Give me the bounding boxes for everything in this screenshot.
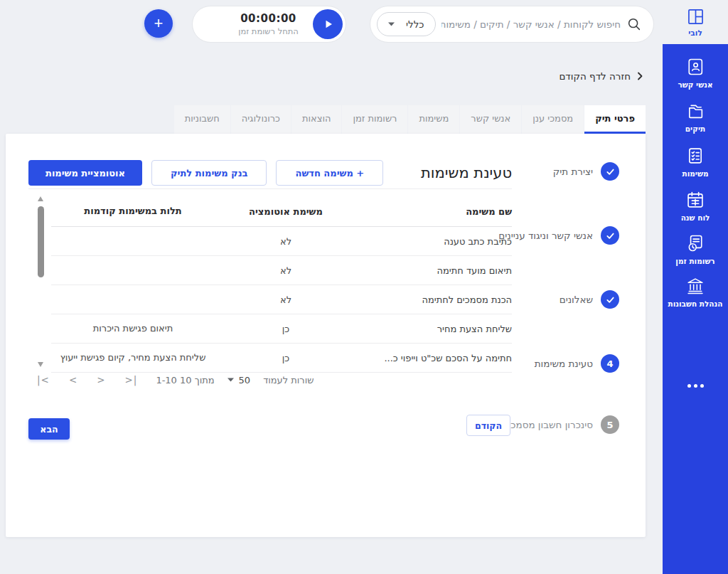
- tab-chronology[interactable]: כרונולוגיה: [231, 105, 291, 134]
- next-step-button[interactable]: הבא: [28, 418, 70, 440]
- add-new-button[interactable]: +: [144, 9, 173, 38]
- next-page-button[interactable]: >: [97, 374, 105, 386]
- table-row[interactable]: תיאום מועד חתימה לא: [51, 256, 512, 285]
- tab-contacts[interactable]: אנשי קשר: [460, 105, 521, 134]
- global-search: כללי: [370, 6, 654, 43]
- table-row[interactable]: כתיבת כתב טענה לא: [51, 227, 512, 256]
- scrollbar-thumb[interactable]: [38, 206, 44, 277]
- timer-widget[interactable]: 00:00:00 התחל רשומת זמן: [192, 6, 346, 43]
- step-done-check-icon: [601, 162, 619, 181]
- last-page-button[interactable]: >|: [125, 374, 138, 386]
- table-row[interactable]: הכנת מסמכים לחתימה לא: [51, 285, 512, 314]
- sidebar-item-label: לובי: [688, 28, 702, 37]
- pagination-nav: |< < > >|: [37, 374, 137, 386]
- tab-label: משימות: [419, 113, 449, 124]
- step-create-case[interactable]: יצירת תיק: [553, 162, 619, 181]
- sidebar: לובי אנשי קשר תיקים: [663, 0, 728, 574]
- task-bank-button[interactable]: בנק משימות לתיק: [151, 160, 267, 186]
- table-row[interactable]: שליחת הצעת מחיר כן תיאום פגישת היכרות: [51, 314, 512, 344]
- pagination-range: 1-10 מתוך 10: [156, 375, 214, 386]
- page-title: טעינת משימות: [421, 164, 512, 181]
- contacts-icon: [685, 57, 705, 77]
- task-name-cell: חתימה על הסכם שכ"ט וייפוי כ...: [357, 353, 512, 363]
- task-name-cell: תיאום מועד חתימה: [357, 265, 512, 276]
- dependency-cell: [51, 267, 215, 274]
- previous-step-button[interactable]: הקודם: [466, 415, 510, 436]
- new-task-button[interactable]: + משימה חדשה: [276, 160, 383, 186]
- sidebar-item-lobby[interactable]: לובי: [663, 0, 728, 44]
- sidebar-item-time-records[interactable]: רשומות זמן: [663, 233, 728, 265]
- column-header-dependency: תלות במשימות קודמות: [51, 201, 215, 221]
- table-row[interactable]: חתימה על הסכם שכ"ט וייפוי כ... כן שליחת …: [51, 344, 512, 373]
- rows-per-page-select[interactable]: 50: [228, 375, 251, 386]
- tab-label: מסמכי ענן: [532, 113, 573, 124]
- task-name-cell: כתיבת כתב טענה: [357, 236, 512, 247]
- breadcrumb-label: חזרה לדף הקודם: [559, 70, 631, 82]
- tab-case-details[interactable]: פרטי תיק: [584, 105, 646, 134]
- plus-icon: +: [154, 16, 164, 31]
- step-contacts-conflict[interactable]: אנשי קשר וניגוד עניינים: [498, 226, 619, 245]
- sidebar-item-accounting[interactable]: הנהלת חשבונות: [663, 276, 728, 308]
- main-panel: יצירת תיק אנשי קשר וניגוד עניינים שאלוני…: [6, 134, 646, 537]
- automation-cell: לא: [215, 294, 357, 305]
- lobby-icon: [686, 7, 705, 26]
- task-name-cell: שליחת הצעת מחיר: [357, 324, 512, 334]
- table-header-row: שם משימה משימת אוטומציה תלות במשימות קוד…: [51, 197, 512, 227]
- search-filter-dropdown[interactable]: כללי: [377, 12, 436, 36]
- dependency-cell: תיאום פגישת היכרות: [51, 319, 215, 339]
- sidebar-item-cases[interactable]: תיקים: [663, 101, 728, 133]
- sidebar-item-label: לוח שנה: [681, 213, 710, 222]
- scroll-down-arrow-icon[interactable]: [38, 362, 43, 367]
- start-timer-button[interactable]: [313, 9, 343, 39]
- step-load-tasks[interactable]: 4 טעינת משימות: [535, 354, 619, 373]
- tab-time-records[interactable]: רשומות זמן: [342, 105, 407, 134]
- search-icon: [626, 16, 642, 32]
- step-label: סינכרון חשבון מסמכים: [502, 419, 593, 430]
- step-label: טעינת משימות: [535, 358, 593, 369]
- timer-texts: 00:00:00 התחל רשומת זמן: [196, 12, 313, 36]
- sidebar-item-tasks[interactable]: משימות: [663, 146, 728, 178]
- step-sync-document-account[interactable]: 5 סינכרון חשבון מסמכים: [502, 415, 619, 434]
- back-breadcrumb[interactable]: חזרה לדף הקודם: [559, 70, 643, 82]
- rows-per-page-value: 50: [239, 375, 251, 386]
- search-input[interactable]: [441, 18, 621, 30]
- step-questionnaires[interactable]: שאלונים: [560, 290, 619, 309]
- step-label: יצירת תיק: [553, 166, 593, 177]
- rows-per-page-label: שורות לעמוד: [263, 375, 314, 386]
- table-pagination: שורות לעמוד 50 1-10 מתוך 10 |< < > >|: [37, 374, 314, 386]
- sidebar-item-label: הנהלת חשבונות: [668, 299, 722, 308]
- tab-tasks[interactable]: משימות: [408, 105, 459, 134]
- tasks-icon: [685, 146, 705, 166]
- case-tabs: פרטי תיק מסמכי ענן אנשי קשר משימות רשומו…: [174, 105, 646, 134]
- tasks-table: שם משימה משימת אוטומציה תלות במשימות קוד…: [51, 197, 512, 373]
- sidebar-item-more[interactable]: [663, 384, 728, 388]
- tab-cloud-documents[interactable]: מסמכי ענן: [522, 105, 584, 134]
- tab-expenses[interactable]: הוצאות: [291, 105, 342, 134]
- column-header-task-name: שם משימה: [357, 206, 512, 217]
- sidebar-item-contacts[interactable]: אנשי קשר: [663, 57, 728, 89]
- prev-page-button[interactable]: <: [69, 374, 77, 386]
- first-page-button[interactable]: |<: [37, 374, 50, 386]
- calendar-icon: [685, 190, 705, 210]
- step-label: שאלונים: [560, 294, 593, 305]
- sidebar-background: אנשי קשר תיקים משימות: [663, 44, 728, 574]
- tab-label: כרונולוגיה: [242, 113, 280, 124]
- tab-label: רשומות זמן: [353, 113, 397, 124]
- column-header-automation: משימת אוטומציה: [215, 206, 357, 217]
- scroll-up-arrow-icon[interactable]: [38, 196, 43, 201]
- tab-invoices[interactable]: חשבוניות: [174, 105, 230, 134]
- tab-label: אנשי קשר: [471, 113, 510, 124]
- dependency-cell: [51, 238, 215, 245]
- step-number-badge: 4: [601, 354, 619, 373]
- accounting-icon: [685, 276, 705, 296]
- automation-cell: לא: [215, 265, 357, 276]
- chevron-right-icon: [637, 72, 643, 80]
- tab-label: הוצאות: [302, 113, 331, 124]
- timer-value: 00:00:00: [224, 12, 313, 25]
- step-number-badge: 5: [601, 415, 619, 434]
- task-automation-button[interactable]: אוטומציית משימות: [28, 160, 142, 186]
- chevron-down-icon: [388, 22, 395, 26]
- section-header: טעינת משימות + משימה חדשה בנק משימות לתי…: [28, 159, 512, 187]
- more-icon: [687, 384, 704, 388]
- sidebar-item-calendar[interactable]: לוח שנה: [663, 190, 728, 222]
